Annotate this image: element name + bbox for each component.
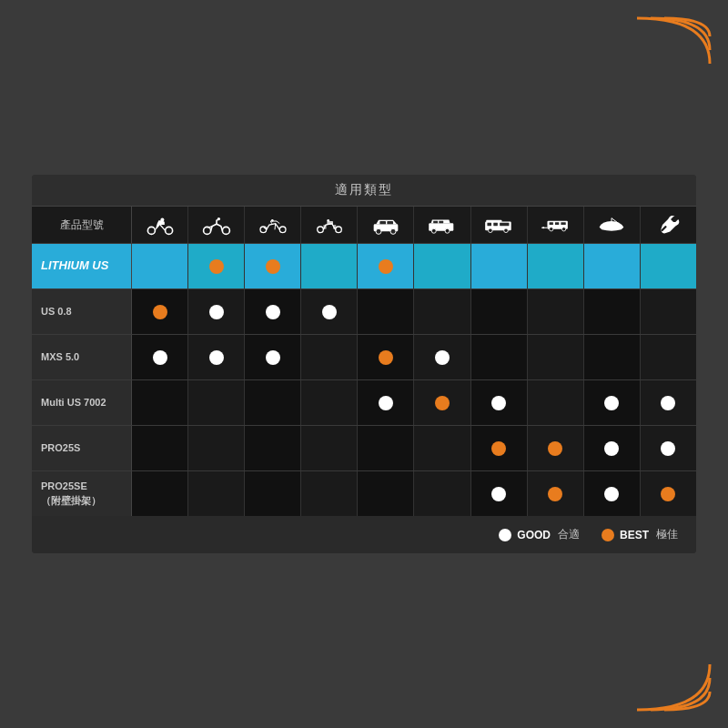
data-cell-r4-c0 (132, 426, 188, 470)
best-text: 極佳 (656, 527, 678, 542)
data-cell-r1-c6 (471, 289, 528, 334)
trailer-icon (541, 214, 570, 236)
svg-point-14 (327, 219, 329, 222)
svg-point-39 (542, 227, 544, 228)
row-label-pro25se: PRO25SE（附壁掛架） (32, 471, 132, 516)
svg-point-8 (271, 219, 274, 222)
data-cell-r5-c8 (584, 471, 641, 516)
data-cell-r0-c4 (358, 244, 414, 288)
data-row-pro25se: PRO25SE（附壁掛架） (32, 470, 696, 516)
svg-rect-19 (387, 221, 393, 224)
svg-rect-29 (488, 223, 492, 226)
data-cell-r4-c4 (358, 426, 414, 470)
data-cell-r3-c8 (584, 380, 641, 425)
svg-point-0 (147, 227, 155, 234)
svg-point-17 (390, 228, 396, 234)
data-row-multi-us-7002: Multi US 7002 (32, 379, 696, 425)
row-label-pro25s: PRO25S (32, 426, 132, 470)
data-cell-r3-c4 (358, 380, 414, 425)
data-cell-r0-c8 (584, 244, 641, 288)
row-label-text-pro25se: PRO25SE（附壁掛架） (41, 480, 101, 508)
data-cell-r2-c0 (132, 335, 188, 379)
data-cell-r2-c8 (584, 335, 641, 379)
truck-icon (428, 214, 457, 236)
data-cell-r1-c9 (641, 289, 696, 334)
svg-rect-38 (561, 222, 566, 225)
data-cell-r3-c7 (528, 380, 584, 425)
section-title: 適用類型 (335, 182, 393, 198)
data-cell-r4-c3 (301, 426, 358, 470)
data-cell-r2-c6 (471, 335, 528, 379)
row-label-text-pro25s: PRO25S (41, 441, 80, 455)
svg-point-28 (504, 228, 509, 233)
data-cell-r4-c6 (471, 426, 528, 470)
data-cell-r3-c1 (188, 380, 245, 425)
dot-white-r2-c1 (209, 350, 224, 365)
dot-white-r1-c1 (209, 305, 224, 319)
dot-white-r3-c8 (604, 396, 619, 410)
svg-point-10 (335, 227, 341, 233)
col-header-rv (471, 207, 528, 243)
legend-row: GOOD 合適 BEST 極佳 (32, 516, 696, 553)
data-cell-r0-c0 (132, 244, 188, 288)
data-cell-r3-c5 (414, 380, 470, 425)
data-cell-r2-c7 (528, 335, 584, 379)
dot-white-r4-c8 (604, 441, 619, 456)
dot-orange-r5-c9 (661, 487, 675, 501)
svg-point-22 (445, 228, 450, 233)
data-cell-r1-c4 (358, 289, 414, 334)
dot-white-r5-c6 (491, 487, 506, 501)
good-label: GOOD (517, 529, 551, 541)
svg-point-5 (217, 217, 219, 220)
svg-point-1 (165, 227, 172, 234)
dot-orange-r4-c6 (491, 441, 506, 456)
data-row-pro25s: PRO25S (32, 425, 696, 470)
data-cell-r2-c1 (188, 335, 245, 379)
suv-icon (371, 214, 400, 236)
data-cell-r3-c9 (641, 380, 696, 425)
col-header-scooter (132, 207, 188, 243)
dot-orange-r2-c4 (379, 350, 393, 365)
legend-good: GOOD 合適 (499, 527, 580, 542)
svg-rect-37 (555, 222, 559, 225)
dot-orange-r0-c2 (266, 259, 280, 274)
good-dot (499, 529, 511, 541)
dot-white-r3-c4 (379, 396, 393, 410)
data-cell-r5-c9 (641, 471, 696, 516)
product-model-label: 產品型號 (60, 217, 104, 233)
dot-white-r2-c5 (435, 350, 450, 365)
svg-rect-31 (500, 223, 509, 226)
data-cell-r5-c7 (528, 471, 584, 516)
best-label: BEST (620, 529, 649, 541)
data-cell-r4-c7 (528, 426, 584, 470)
dot-orange-r5-c7 (548, 487, 562, 501)
data-cell-r3-c0 (132, 380, 188, 425)
table-wrapper: 產品型號 (32, 207, 696, 553)
col-header-boat (584, 207, 641, 243)
data-cell-r2-c9 (641, 335, 696, 379)
data-cell-r1-c7 (528, 289, 584, 334)
svg-point-21 (431, 228, 436, 233)
data-cell-r5-c5 (414, 471, 470, 516)
row-label-lithium-us: LITHIUM US (32, 244, 132, 288)
dot-white-r1-c3 (322, 305, 337, 319)
legend-best: BEST 極佳 (602, 527, 678, 542)
svg-point-34 (550, 228, 553, 231)
touring-motorcycle-icon (315, 214, 344, 236)
data-cell-r4-c9 (641, 426, 696, 470)
data-cell-r5-c2 (245, 471, 301, 516)
data-cell-r3-c6 (471, 380, 528, 425)
dot-white-r2-c2 (266, 350, 280, 365)
col-header-motorcycle (245, 207, 301, 243)
data-cell-r2-c5 (414, 335, 470, 379)
data-cell-r5-c1 (188, 471, 245, 516)
data-row-lithium-us: LITHIUM US (32, 243, 696, 288)
row-label-text-mxs-5.0: MXS 5.0 (41, 350, 79, 364)
good-text: 合適 (558, 527, 580, 542)
dot-orange-r4-c7 (548, 441, 562, 456)
data-cell-r0-c2 (245, 244, 301, 288)
col-header-atv (188, 207, 245, 243)
svg-point-35 (562, 228, 566, 231)
row-label-text-us-0.8: US 0.8 (41, 305, 72, 318)
data-cell-r2-c3 (301, 335, 358, 379)
